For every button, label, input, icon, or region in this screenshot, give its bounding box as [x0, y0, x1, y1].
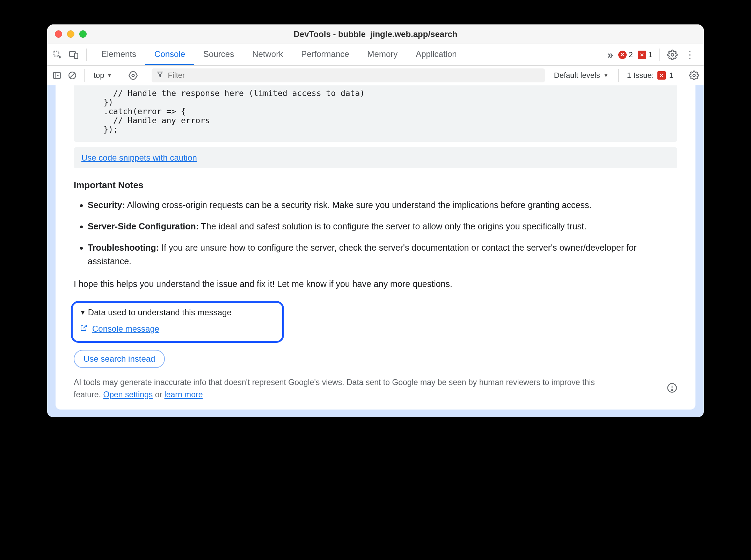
- tab-application[interactable]: Application: [407, 44, 466, 65]
- window-title: DevTools - bubble_jingle.web.app/search: [47, 29, 704, 39]
- error-icon: ✕: [618, 51, 627, 59]
- ai-response-card: // Handle the response here (limited acc…: [56, 85, 695, 410]
- disclaimer-text: AI tools may generate inaccurate info th…: [74, 376, 598, 400]
- svg-point-3: [671, 53, 674, 56]
- open-settings-link[interactable]: Open settings: [103, 390, 153, 399]
- note-item: Server-Side Configuration: The ideal and…: [88, 220, 677, 233]
- open-external-icon: [80, 324, 88, 334]
- context-selector[interactable]: top ▼: [91, 71, 115, 80]
- error-count: 2: [629, 50, 633, 59]
- inspect-element-icon[interactable]: [52, 49, 63, 60]
- filter-input[interactable]: [168, 71, 540, 80]
- console-message-link[interactable]: Console message: [92, 324, 159, 334]
- learn-more-link[interactable]: learn more: [165, 390, 203, 399]
- divider: [145, 69, 145, 82]
- log-levels-selector[interactable]: Default levels ▼: [554, 71, 612, 80]
- clear-console-icon[interactable]: [67, 70, 78, 81]
- svg-rect-2: [74, 53, 78, 58]
- svg-point-12: [672, 390, 673, 391]
- triangle-down-icon: ▼: [80, 309, 86, 316]
- device-toolbar-icon[interactable]: [68, 49, 79, 60]
- data-used-label: Data used to understand this message: [88, 308, 232, 317]
- closing-text: I hope this helps you understand the iss…: [56, 275, 695, 297]
- titlebar: DevTools - bubble_jingle.web.app/search: [47, 24, 704, 44]
- tab-memory[interactable]: Memory: [358, 44, 407, 65]
- divider: [121, 69, 121, 82]
- settings-icon[interactable]: [667, 49, 678, 60]
- levels-label: Default levels: [554, 71, 600, 80]
- data-used-toggle[interactable]: ▼ Data used to understand this message: [80, 308, 275, 317]
- issues-count: 1: [669, 71, 673, 80]
- tab-sources[interactable]: Sources: [194, 44, 243, 65]
- kebab-menu-icon[interactable]: ⋮: [683, 50, 697, 60]
- data-used-box: ▼ Data used to understand this message C…: [71, 301, 284, 343]
- tab-elements[interactable]: Elements: [92, 44, 145, 65]
- important-notes-section: Important Notes Security: Allowing cross…: [56, 168, 695, 268]
- svg-line-7: [70, 73, 75, 78]
- use-search-instead-button[interactable]: Use search instead: [74, 350, 165, 368]
- flag-icon: ✕: [638, 51, 646, 59]
- more-tabs-icon[interactable]: »: [607, 49, 613, 61]
- panel-tabstrip: Elements Console Sources Network Perform…: [47, 44, 704, 66]
- toggle-sidebar-icon[interactable]: [51, 70, 63, 81]
- divider: [84, 69, 85, 82]
- svg-point-9: [693, 74, 695, 76]
- notes-heading: Important Notes: [74, 178, 677, 192]
- tab-performance[interactable]: Performance: [292, 44, 358, 65]
- caret-down-icon: ▼: [604, 73, 608, 78]
- console-settings-icon[interactable]: [688, 70, 700, 81]
- filter-icon: [156, 71, 163, 80]
- caution-box: Use code snippets with caution: [74, 147, 677, 168]
- flag-count: 1: [648, 50, 652, 59]
- divider: [86, 49, 87, 61]
- tab-network[interactable]: Network: [243, 44, 292, 65]
- filter-field[interactable]: [152, 68, 545, 82]
- svg-point-8: [132, 74, 134, 76]
- error-badge[interactable]: ✕ 2: [618, 50, 633, 59]
- devtools-window: DevTools - bubble_jingle.web.app/search …: [47, 24, 704, 417]
- svg-rect-4: [53, 72, 60, 78]
- divider: [682, 69, 682, 82]
- warning-icon[interactable]: [667, 383, 677, 395]
- flag-icon: ✕: [657, 71, 666, 80]
- context-label: top: [94, 71, 104, 80]
- tab-console[interactable]: Console: [145, 44, 194, 65]
- issues-flag-badge[interactable]: ✕ 1: [638, 50, 652, 59]
- caution-link[interactable]: Use code snippets with caution: [81, 153, 197, 162]
- note-item: Security: Allowing cross-origin requests…: [88, 198, 677, 212]
- console-toolbar: top ▼ Default levels ▼ 1 Issue: ✕ 1: [47, 66, 704, 85]
- ai-disclaimer-footer: AI tools may generate inaccurate info th…: [56, 368, 695, 410]
- issues-label: 1 Issue:: [627, 71, 654, 80]
- panel-tabs: Elements Console Sources Network Perform…: [92, 44, 466, 65]
- note-item: Troubleshooting: If you are unsure how t…: [88, 241, 677, 268]
- live-expression-icon[interactable]: [127, 70, 139, 81]
- divider: [659, 49, 660, 61]
- code-snippet: // Handle the response here (limited acc…: [74, 85, 677, 142]
- console-body: // Handle the response here (limited acc…: [47, 85, 704, 417]
- divider: [618, 69, 619, 82]
- issues-indicator[interactable]: 1 Issue: ✕ 1: [625, 71, 676, 80]
- caret-down-icon: ▼: [107, 73, 112, 78]
